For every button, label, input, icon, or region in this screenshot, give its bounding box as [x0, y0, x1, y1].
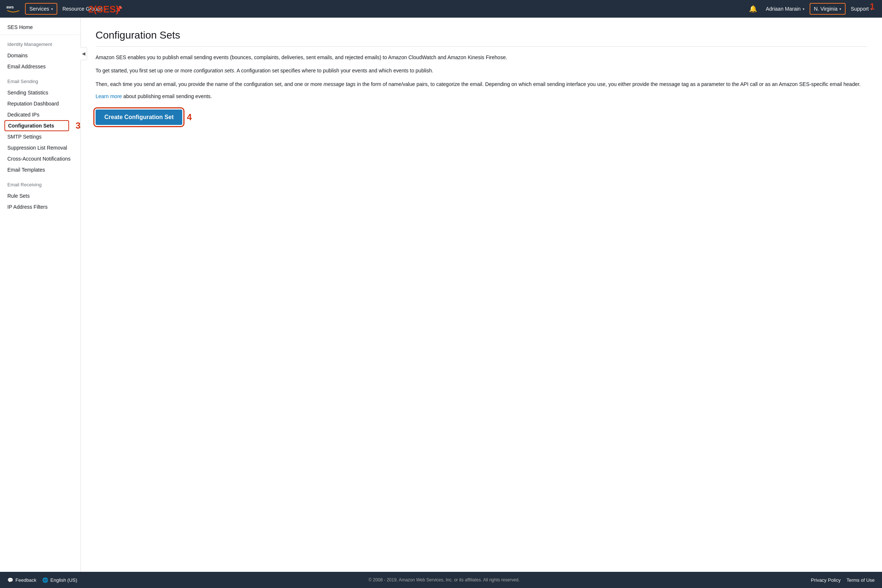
sidebar-section-identity: Identity Management: [0, 35, 81, 50]
footer-right: Privacy Policy Terms of Use: [811, 578, 875, 583]
sidebar-section-email-receiving: Email Receiving: [0, 175, 81, 190]
top-navigation: aws Services ▾ Resource Groups ▾ 📌 🔔 Adr…: [0, 0, 882, 18]
app-body: SES Home Identity Management Domains Ema…: [0, 18, 882, 572]
description-2: To get started, you first set up one or …: [96, 66, 867, 75]
annotation-1: 1: [870, 2, 874, 12]
sidebar-section-email-sending: Email Sending: [0, 72, 81, 87]
create-configuration-set-button[interactable]: Create Configuration Set: [96, 110, 182, 125]
sidebar-item-ip-address-filters[interactable]: IP Address Filters: [0, 201, 81, 212]
page-title: Configuration Sets: [96, 29, 867, 46]
learn-more-row: Learn more about publishing email sendin…: [96, 93, 867, 99]
sidebar-item-domains[interactable]: Domains: [0, 50, 81, 61]
description-3: Then, each time you send an email, you p…: [96, 80, 867, 88]
annotation-4: 4: [187, 112, 192, 122]
services-button[interactable]: Services ▾: [25, 3, 57, 15]
sidebar-item-suppression-list[interactable]: Suppression List Removal: [0, 142, 81, 153]
privacy-policy-link[interactable]: Privacy Policy: [811, 578, 841, 583]
sidebar-collapse-handle[interactable]: ◀: [81, 47, 87, 60]
sidebar-item-sending-statistics[interactable]: Sending Statistics: [0, 87, 81, 98]
region-chevron-icon: ▾: [839, 7, 841, 11]
services-chevron-icon: ▾: [51, 7, 53, 11]
svg-text:aws: aws: [6, 5, 14, 9]
footer-copyright: © 2008 - 2019, Amazon Web Services, Inc.…: [84, 578, 803, 582]
main-content: Configuration Sets Amazon SES enables yo…: [81, 18, 882, 572]
sidebar-item-configuration-sets[interactable]: Configuration Sets: [4, 120, 69, 131]
sidebar-item-email-templates[interactable]: Email Templates: [0, 164, 81, 175]
sidebar: SES Home Identity Management Domains Ema…: [0, 18, 81, 572]
aws-logo: aws: [6, 4, 21, 14]
region-button[interactable]: N. Virginia ▾: [810, 3, 846, 15]
annotation-2: 2(SES): [88, 4, 119, 15]
sidebar-item-reputation-dashboard[interactable]: Reputation Dashboard: [0, 98, 81, 109]
globe-icon: 🌐: [42, 578, 48, 583]
sidebar-item-cross-account[interactable]: Cross-Account Notifications: [0, 153, 81, 164]
footer-feedback-button[interactable]: 💬 Feedback: [8, 578, 36, 583]
sidebar-item-smtp-settings[interactable]: SMTP Settings: [0, 131, 81, 142]
footer: 💬 Feedback 🌐 English (US) © 2008 - 2019,…: [0, 572, 882, 588]
user-menu-button[interactable]: Adriaan Marain ▾: [762, 4, 808, 14]
sidebar-item-ses-home[interactable]: SES Home: [0, 18, 81, 35]
terms-of-use-link[interactable]: Terms of Use: [846, 578, 874, 583]
annotation-3: 3: [76, 120, 81, 131]
feedback-icon: 💬: [8, 578, 13, 583]
description-1: Amazon SES enables you to publish email …: [96, 53, 867, 62]
footer-language-button[interactable]: 🌐 English (US): [42, 578, 77, 583]
user-chevron-icon: ▾: [802, 7, 804, 11]
sidebar-item-dedicated-ips[interactable]: Dedicated IPs: [0, 109, 81, 120]
footer-left: 💬 Feedback 🌐 English (US): [8, 578, 77, 583]
notifications-button[interactable]: 🔔: [745, 3, 761, 15]
learn-more-link[interactable]: Learn more: [96, 93, 122, 99]
sidebar-item-rule-sets[interactable]: Rule Sets: [0, 190, 81, 201]
sidebar-item-email-addresses[interactable]: Email Addresses: [0, 61, 81, 72]
